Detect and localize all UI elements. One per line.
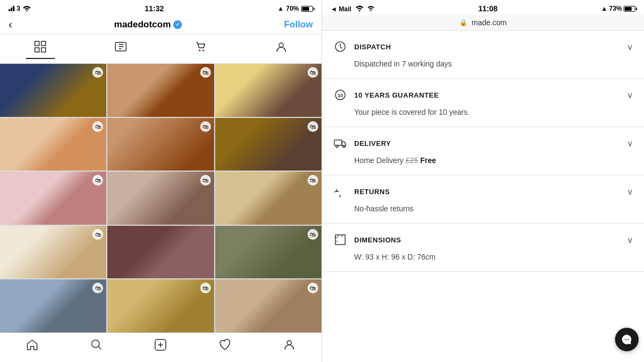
shop-tag-icon: 🛍	[308, 283, 318, 293]
delivery-icon	[333, 136, 348, 151]
guarantee-body: Your piece is covered for 10 years.	[333, 107, 633, 118]
battery-icon	[301, 6, 313, 12]
dimensions-section: DIMENSIONS ∨ W: 93 x H: 96 x D: 76cm	[322, 224, 644, 272]
svg-rect-1	[41, 41, 46, 46]
follow-button[interactable]: Follow	[284, 19, 313, 30]
svg-point-16	[343, 145, 345, 147]
add-icon[interactable]	[154, 338, 167, 354]
made-content: DISPATCH ∨ Dispatched in 7 working days …	[322, 31, 644, 362]
grid-item[interactable]: 🛍	[0, 64, 106, 117]
bottom-nav	[0, 333, 321, 362]
grid-item[interactable]: 🛍	[107, 172, 214, 225]
grid-item[interactable]: 🛍	[107, 118, 214, 171]
shop-tag-icon: 🛍	[308, 175, 318, 186]
dispatch-chevron: ∨	[627, 42, 633, 52]
wifi-icon	[23, 5, 31, 13]
svg-point-15	[336, 145, 338, 147]
grid-item[interactable]: 🛍	[107, 64, 214, 117]
signal-bar-2	[11, 8, 12, 11]
svg-rect-14	[334, 140, 342, 145]
grid-item[interactable]: 🛍	[107, 279, 214, 333]
shopping-icon[interactable]	[186, 39, 215, 59]
ig-header: ‹ madedotcom ✓ Follow	[0, 15, 321, 34]
svg-point-5	[199, 50, 201, 51]
grid-item[interactable]: 🛍	[0, 118, 106, 171]
guarantee-chevron: ∨	[627, 90, 633, 100]
status-left-made: ◄ Mail	[331, 5, 375, 13]
battery-icon-made	[624, 6, 635, 12]
signal-bars	[9, 6, 14, 11]
dispatch-title: DISPATCH	[354, 43, 391, 51]
battery-fill	[302, 7, 309, 11]
shop-tag-icon: 🛍	[92, 229, 103, 240]
shop-tag-icon: 🛍	[92, 283, 103, 293]
reels-icon[interactable]	[106, 39, 135, 59]
grid-item[interactable]	[107, 226, 214, 279]
dispatch-section: DISPATCH ∨ Dispatched in 7 working days	[322, 31, 644, 79]
dispatch-title-row: DISPATCH	[333, 39, 391, 54]
dimensions-body: W: 93 x H: 96 x D: 76cm	[333, 252, 633, 263]
grid-item[interactable]: 🛍	[215, 172, 321, 225]
battery-pct-made: 73%	[609, 5, 622, 12]
status-left: 3	[9, 5, 31, 13]
dispatch-icon	[333, 39, 348, 54]
tagged-icon[interactable]	[267, 39, 296, 59]
grid-item[interactable]: 🛍	[0, 172, 106, 225]
grid-icon[interactable]	[26, 39, 55, 59]
svg-rect-0	[35, 41, 39, 46]
location-icon-made: ▲	[601, 5, 608, 12]
returns-chevron: ∨	[627, 187, 633, 197]
delivery-title-row: DELIVERY	[333, 136, 391, 151]
svg-point-20	[628, 339, 629, 340]
battery-pct: 70%	[286, 5, 299, 12]
delivery-chevron: ∨	[627, 138, 633, 149]
made-panel: ◄ Mail 11:08 ▲ 73% 🔒 made.com	[322, 0, 644, 362]
svg-rect-2	[35, 48, 39, 52]
heart-icon[interactable]	[218, 338, 231, 354]
grid-item[interactable]: 🛍	[215, 279, 321, 333]
dimensions-header[interactable]: DIMENSIONS ∨	[333, 232, 633, 247]
chat-fab-button[interactable]	[615, 328, 639, 351]
grid-item[interactable]: 🛍	[215, 118, 321, 171]
status-bar-instagram: 3 11:32 ▲ 70%	[0, 0, 321, 15]
location-icon: ▲	[277, 5, 284, 12]
back-button[interactable]: ‹	[9, 18, 12, 31]
search-icon[interactable]	[90, 338, 103, 354]
guarantee-header[interactable]: 10 10 YEARS GUARANTEE ∨	[333, 87, 633, 102]
dimensions-title: DIMENSIONS	[354, 236, 401, 244]
profile-icon[interactable]	[283, 338, 296, 354]
grid-item[interactable]: 🛍	[0, 226, 106, 279]
shop-tag-icon: 🛍	[308, 121, 318, 132]
battery-fill-made	[625, 7, 632, 11]
delivery-body: Home Delivery £25 Free	[333, 155, 633, 166]
status-right-instagram: ▲ 70%	[277, 5, 313, 12]
photo-grid: 🛍 🛍 🛍 🛍 🛍 🛍 🛍 🛍 🛍 🛍 🛍 🛍 🛍 🛍	[0, 64, 321, 333]
grid-item[interactable]: 🛍	[215, 64, 321, 117]
svg-point-18	[625, 339, 626, 340]
shop-tag-icon: 🛍	[200, 175, 211, 186]
returns-header[interactable]: RETURNS ∨	[333, 184, 633, 199]
svg-point-19	[626, 339, 627, 340]
delivery-header[interactable]: DELIVERY ∨	[333, 136, 633, 151]
dispatch-header[interactable]: DISPATCH ∨	[333, 39, 633, 54]
delivery-prefix: Home Delivery	[354, 156, 406, 165]
url-bar[interactable]: 🔒 made.com	[322, 15, 644, 31]
delivery-price-strikethrough: £25	[406, 156, 418, 165]
status-bar-made: ◄ Mail 11:08 ▲ 73%	[322, 0, 644, 15]
returns-body: No-hassle returns	[333, 203, 633, 215]
back-to-mail[interactable]: ◄ Mail	[331, 5, 352, 13]
svg-rect-3	[41, 48, 46, 52]
guarantee-icon: 10	[333, 87, 348, 102]
delivery-title: DELIVERY	[354, 139, 391, 147]
svg-point-6	[203, 50, 204, 51]
grid-item[interactable]: 🛍	[0, 279, 106, 333]
verified-badge: ✓	[173, 20, 182, 29]
status-time-instagram: 11:32	[144, 4, 164, 13]
grid-item[interactable]: 🛍	[215, 226, 321, 279]
signal-bar-3	[13, 6, 14, 11]
username-text: madedotcom	[114, 19, 171, 30]
svg-rect-17	[335, 235, 345, 245]
signal-bar-1	[9, 9, 10, 11]
status-time-made: 11:08	[478, 4, 497, 13]
home-icon[interactable]	[26, 338, 39, 354]
